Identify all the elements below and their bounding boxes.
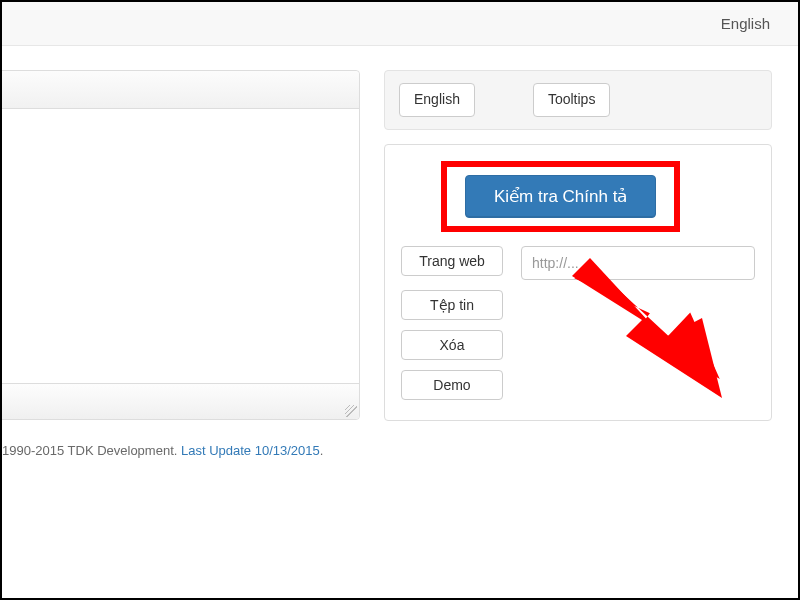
file-row: Tệp tin [401,290,755,320]
url-input[interactable] [521,246,755,280]
language-link[interactable]: English [721,15,770,32]
webpage-row: Trang web [401,246,755,280]
right-column: English Tooltips Kiểm tra Chính tả Trang… [384,70,798,421]
demo-row: Demo [401,370,755,400]
actions-panel: Kiểm tra Chính tả Trang web Tệp tin Xóa … [384,144,772,421]
editor-toolbar [0,71,359,109]
editor-footer [0,383,359,419]
check-spelling-button[interactable]: Kiểm tra Chính tả [465,175,656,218]
highlight-annotation: Kiểm tra Chính tả [441,161,680,232]
content-area: English Tooltips Kiểm tra Chính tả Trang… [0,46,798,421]
footer: 1990-2015 TDK Development. Last Update 1… [2,443,798,458]
webpage-button[interactable]: Trang web [401,246,503,276]
topbar: English [2,2,798,46]
text-editor-panel [0,70,360,420]
clear-row: Xóa [401,330,755,360]
options-panel: English Tooltips [384,70,772,130]
file-button[interactable]: Tệp tin [401,290,503,320]
copyright-text: 1990-2015 TDK Development. [2,443,181,458]
resize-grip-icon[interactable] [345,405,357,417]
clear-button[interactable]: Xóa [401,330,503,360]
demo-button[interactable]: Demo [401,370,503,400]
footer-period: . [320,443,324,458]
last-update-link[interactable]: Last Update 10/13/2015 [181,443,320,458]
editor-body[interactable] [0,109,359,383]
tooltips-button[interactable]: Tooltips [533,83,610,117]
english-button[interactable]: English [399,83,475,117]
